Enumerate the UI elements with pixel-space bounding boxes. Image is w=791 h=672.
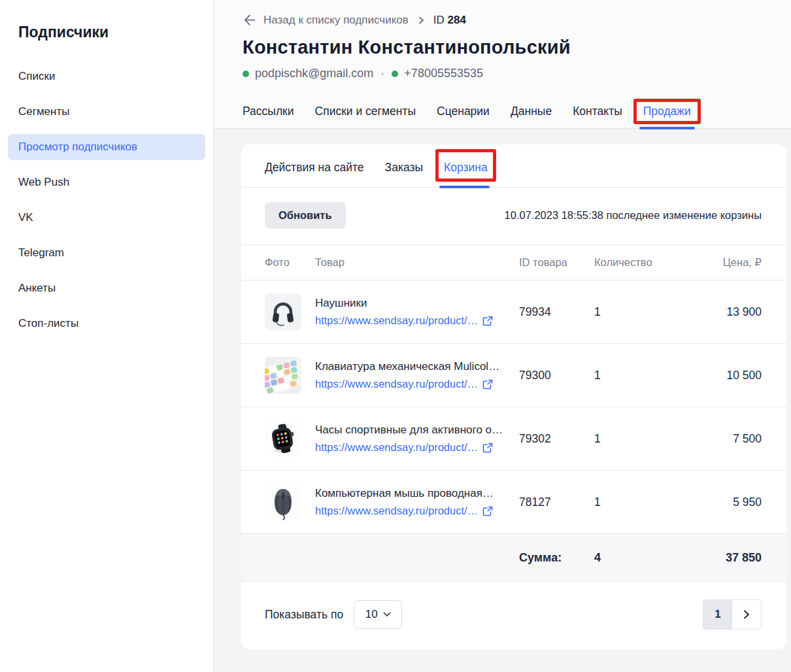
tab-1[interactable]: Списки и сегменты xyxy=(315,96,416,128)
sidebar-item-label: Сегменты xyxy=(18,105,69,118)
page-size-label: Показывать по xyxy=(265,608,343,622)
keyboard-image xyxy=(265,357,301,394)
breadcrumb: Назад к списку подписчиков ID 284 xyxy=(243,13,761,27)
product-name: Компьютерная мышь проводная… xyxy=(315,487,519,500)
cart-table-row: Клавиатура механическая Mulicol… https:/… xyxy=(241,344,786,407)
tab-label: Данные xyxy=(511,105,552,118)
summary-price: 37 850 xyxy=(686,551,762,565)
subscriber-contacts: podpischk@gmail.com +78005553535 xyxy=(243,67,761,80)
cart-table-row: Часы спортивные для активного о… https:/… xyxy=(241,407,786,471)
tab-0[interactable]: Рассылки xyxy=(243,96,294,128)
next-page-button[interactable] xyxy=(732,600,761,629)
sidebar-item-7[interactable]: Стоп-листы xyxy=(8,311,205,337)
product-name: Часы спортивные для активного о… xyxy=(315,424,519,437)
sidebar-item-6[interactable]: Анкеты xyxy=(8,275,205,301)
sidebar-item-1[interactable]: Сегменты xyxy=(8,99,205,125)
price-value: 5 950 xyxy=(686,496,762,509)
product-link[interactable]: https://www.sendsay.ru/product/… xyxy=(315,314,519,327)
quantity-value: 1 xyxy=(594,305,686,319)
subtab-2[interactable]: Корзина xyxy=(444,144,488,187)
sidebar-menu: Списки Сегменты Просмотр подписчиков Web… xyxy=(8,63,205,337)
tab-label: Списки и сегменты xyxy=(315,105,416,118)
product-link[interactable]: https://www.sendsay.ru/product/… xyxy=(315,505,519,517)
tab-4[interactable]: Контакты xyxy=(573,96,622,128)
page-button-1[interactable]: 1 xyxy=(703,600,732,629)
product-id-value: 79934 xyxy=(519,305,594,319)
back-arrow-icon[interactable] xyxy=(243,13,257,27)
summary-quantity: 4 xyxy=(594,551,686,565)
product-id-value: 79300 xyxy=(519,369,594,382)
email-status-icon xyxy=(243,71,249,77)
product-photo xyxy=(265,357,301,394)
page-size-value: 10 xyxy=(365,608,378,621)
cart-table-row: Компьютерная мышь проводная… https://www… xyxy=(241,471,786,534)
external-link-icon xyxy=(482,379,493,390)
col-price: Цена, ₽ xyxy=(686,256,762,269)
product-link[interactable]: https://www.sendsay.ru/product/… xyxy=(315,378,519,390)
product-cell: Наушники https://www.sendsay.ru/product/… xyxy=(315,297,519,327)
sidebar-item-5[interactable]: Telegram xyxy=(8,240,205,266)
sidebar-item-label: Просмотр подписчиков xyxy=(18,141,137,154)
col-quantity: Количество xyxy=(594,256,686,269)
chevron-down-icon xyxy=(383,612,391,617)
product-link-text: https://www.sendsay.ru/product/… xyxy=(315,314,478,327)
subscriber-header: Назад к списку подписчиков ID 284 Конста… xyxy=(214,0,791,129)
chevron-right-icon xyxy=(416,16,426,25)
chevron-right-icon xyxy=(743,610,750,619)
tab-3[interactable]: Данные xyxy=(511,96,552,128)
summary-label: Сумма: xyxy=(519,551,594,565)
back-to-list-link[interactable]: Назад к списку подписчиков xyxy=(263,14,409,27)
subtab-1[interactable]: Заказы xyxy=(385,144,423,187)
sidebar-item-label: Анкеты xyxy=(18,282,56,295)
tab-2[interactable]: Сценарии xyxy=(437,96,490,128)
subtab-label: Корзина xyxy=(444,161,488,174)
col-product: Товар xyxy=(315,256,519,269)
headphones-image xyxy=(265,294,301,330)
product-photo xyxy=(265,484,301,520)
product-link-text: https://www.sendsay.ru/product/… xyxy=(315,505,478,517)
cart-toolbar: Обновить 10.07.2023 18:55:38 последнее и… xyxy=(241,188,786,244)
main-area: Назад к списку подписчиков ID 284 Конста… xyxy=(214,0,791,672)
subtab-0[interactable]: Действия на сайте xyxy=(265,144,364,187)
sales-content: Действия на сайте Заказы Корзина Обновит… xyxy=(214,129,791,672)
sidebar-item-label: Стоп-листы xyxy=(18,317,78,330)
computer-mouse-image xyxy=(265,484,301,520)
quantity-value: 1 xyxy=(594,496,686,509)
price-value: 7 500 xyxy=(686,432,762,446)
product-id-value: 78127 xyxy=(519,496,594,509)
cart-last-modified: 10.07.2023 18:55:38 последнее изменение … xyxy=(505,209,762,222)
subtab-label: Действия на сайте xyxy=(265,161,364,174)
sidebar-item-label: Списки xyxy=(18,70,55,83)
product-cell: Клавиатура механическая Mulicol… https:/… xyxy=(315,360,519,390)
product-id-value: 79302 xyxy=(519,432,594,446)
product-name: Наушники xyxy=(315,297,519,310)
sidebar-item-label: Web Push xyxy=(18,176,69,189)
smart-watch-image xyxy=(265,420,301,457)
product-link[interactable]: https://www.sendsay.ru/product/… xyxy=(315,441,519,454)
tab-5[interactable]: Продажи xyxy=(643,96,691,128)
product-link-text: https://www.sendsay.ru/product/… xyxy=(315,441,478,454)
subscriber-email: podpischk@gmail.com xyxy=(255,67,373,80)
sidebar-title: Подписчики xyxy=(0,24,213,41)
sales-subtabs: Действия на сайте Заказы Корзина xyxy=(241,144,786,188)
quantity-value: 1 xyxy=(594,369,686,382)
phone-status-icon xyxy=(392,71,398,77)
cart-table-row: Наушники https://www.sendsay.ru/product/… xyxy=(241,280,786,344)
subscriber-id: ID 284 xyxy=(433,14,466,27)
external-link-icon xyxy=(482,316,493,326)
sidebar-item-0[interactable]: Списки xyxy=(8,63,205,90)
page-size-select[interactable]: 10 xyxy=(354,600,402,629)
col-product-id: ID товара xyxy=(519,256,594,269)
sidebar-item-4[interactable]: VK xyxy=(8,205,205,231)
tab-label: Контакты xyxy=(573,105,622,118)
sidebar-item-label: VK xyxy=(18,211,33,224)
sidebar-item-3[interactable]: Web Push xyxy=(8,169,205,195)
refresh-button[interactable]: Обновить xyxy=(265,202,346,229)
separator-dot xyxy=(381,73,384,75)
quantity-value: 1 xyxy=(594,432,686,446)
product-photo xyxy=(265,420,301,457)
subtab-label: Заказы xyxy=(385,161,423,174)
subscriber-phone: +78005553535 xyxy=(404,67,483,80)
product-photo xyxy=(265,294,301,330)
sidebar-item-2[interactable]: Просмотр подписчиков xyxy=(8,134,205,160)
